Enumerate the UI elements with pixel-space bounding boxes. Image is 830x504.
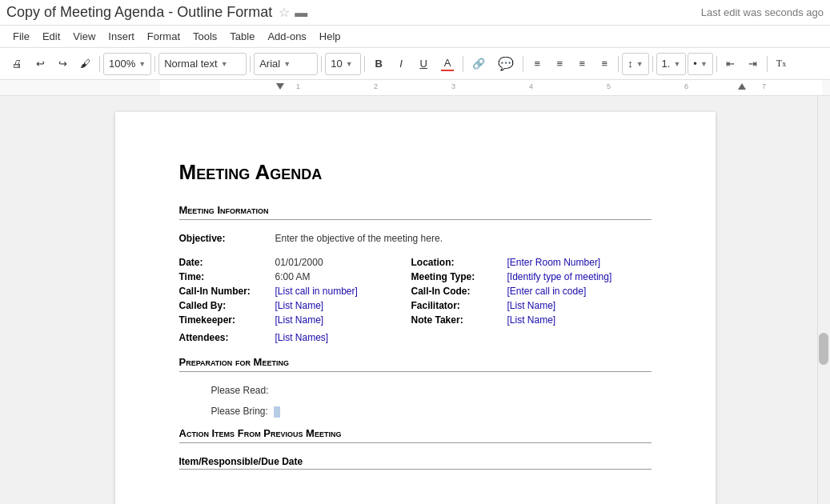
menu-addons[interactable]: Add-ons [261,27,312,46]
style-dropdown[interactable]: Normal text ▼ [158,53,247,75]
align-left-button[interactable]: ≡ [527,53,547,75]
info-two-col: Date: 01/01/2000 Time: 6:00 AM Call-In N… [179,257,652,329]
attendees-label: Attendees: [179,332,275,343]
underline-button[interactable]: U [413,53,434,75]
action-items-heading: Action Items From Previous Meeting [179,427,652,443]
document-area: Meeting Agenda Meeting Information Objec… [0,96,830,504]
separator-9 [652,56,653,72]
folder-icon[interactable]: ▬ [295,6,307,20]
bullet-list-dropdown[interactable]: • ▼ [688,53,712,75]
attendees-value: [List Names] [275,332,329,343]
align-justify-button[interactable]: ≡ [594,53,615,75]
menu-tools[interactable]: Tools [186,27,223,46]
font-color-label: A [444,57,451,69]
meeting-type-row: Meeting Type: [Identify type of meeting] [411,271,652,282]
redo-button[interactable]: ↪ [52,53,73,75]
separator-11 [767,56,768,72]
style-chevron: ▼ [221,60,228,68]
last-edit-status: Last edit was seconds ago [701,6,824,18]
date-value: 01/01/2000 [275,257,323,268]
link-button[interactable]: 🔗 [467,53,491,75]
please-read-item: Please Read: [211,385,652,396]
separator-10 [716,56,717,72]
called-by-label: Called By: [179,300,275,311]
clear-formatting-button[interactable]: Tx [771,53,792,75]
menu-file[interactable]: File [6,27,36,46]
paint-format-button[interactable]: 🖌 [74,53,96,75]
bullet-list-chevron: ▼ [700,60,708,68]
fontsize-dropdown[interactable]: 10 ▼ [325,53,361,75]
separator-3 [250,56,251,72]
document-title: Copy of Meeting Agenda - Outline Format [6,4,272,21]
note-taker-row: Note Taker: [List Name] [411,314,652,326]
menu-insert[interactable]: Insert [102,27,141,46]
print-button[interactable]: 🖨 [6,53,28,75]
separator-1 [99,56,100,72]
facilitator-label: Facilitator: [411,300,507,311]
scrollbar[interactable] [817,96,830,504]
document-page[interactable]: Meeting Agenda Meeting Information Objec… [115,112,716,504]
separator-4 [321,56,322,72]
objective-value: Enter the objective of the meeting here. [275,233,443,244]
star-icon[interactable]: ☆ [279,5,290,20]
zoom-value: 100% [109,58,135,70]
callin-code-row: Call-In Code: [Enter call in code] [411,286,652,297]
note-taker-value: [List Name] [507,314,556,326]
fontsize-chevron: ▼ [346,60,353,68]
ruler: 1 2 3 4 5 6 7 [0,80,830,96]
please-bring-label: Please Bring: [211,406,268,417]
indent-increase-button[interactable]: ⇥ [743,53,764,75]
timekeeper-row: Timekeeper: [List Name] [179,314,411,326]
numbered-list-dropdown[interactable]: 1. ▼ [656,53,687,75]
objective-label: Objective: [179,233,275,244]
menu-edit[interactable]: Edit [36,27,66,46]
line-spacing-icon: ↕ [628,58,633,70]
facilitator-value: [List Name] [507,300,556,311]
time-value: 6:00 AM [275,271,311,282]
callin-number-label: Call-In Number: [179,286,275,297]
objective-row: Objective: Enter the objective of the me… [179,233,652,244]
callin-number-row: Call-In Number: [List call in number] [179,286,411,297]
undo-button[interactable]: ↩ [30,53,50,75]
scrollbar-thumb[interactable] [819,333,828,365]
zoom-dropdown[interactable]: 100% ▼ [103,53,151,75]
meeting-info-heading: Meeting Information [179,204,652,220]
separator-7 [523,56,523,72]
callin-code-value: [Enter call in code] [507,286,587,297]
document-main-title: Meeting Agenda [179,160,652,185]
menu-view[interactable]: View [66,27,102,46]
date-label: Date: [179,257,275,268]
location-value: [Enter Room Number] [507,257,601,268]
menu-help[interactable]: Help [313,27,347,46]
indent-decrease-button[interactable]: ⇤ [720,53,741,75]
font-chevron: ▼ [283,60,291,68]
font-color-bar [441,70,454,71]
align-right-button[interactable]: ≡ [571,53,592,75]
fontsize-value: 10 [331,58,342,70]
please-bring-item: Please Bring: [211,406,652,418]
numbered-list-chevron: ▼ [673,60,680,68]
align-center-button[interactable]: ≡ [549,53,570,75]
line-spacing-dropdown[interactable]: ↕ ▼ [622,53,648,75]
note-taker-label: Note Taker: [411,314,507,326]
callin-number-value: [List call in number] [275,286,358,297]
font-color-button[interactable]: A [435,53,459,75]
italic-button[interactable]: I [391,53,411,75]
location-row: Location: [Enter Room Number] [411,257,652,268]
menu-bar: File Edit View Insert Format Tools Table… [0,26,830,48]
separator-2 [154,56,155,72]
date-row: Date: 01/01/2000 [179,257,411,268]
menu-table[interactable]: Table [223,27,261,46]
info-right-col: Location: [Enter Room Number] Meeting Ty… [411,257,652,329]
comment-button[interactable]: 💬 [492,53,519,75]
font-dropdown[interactable]: Arial ▼ [254,53,318,75]
separator-5 [364,56,365,72]
action-items-table-header: Item/Responsible/Due Date [179,456,652,470]
bold-button[interactable]: B [368,53,389,75]
font-value: Arial [259,58,280,70]
bullet-list-icon: • [693,58,697,70]
style-value: Normal text [164,58,217,70]
timekeeper-label: Timekeeper: [179,314,275,326]
menu-format[interactable]: Format [141,27,186,46]
attendees-row: Attendees: [List Names] [179,332,652,343]
